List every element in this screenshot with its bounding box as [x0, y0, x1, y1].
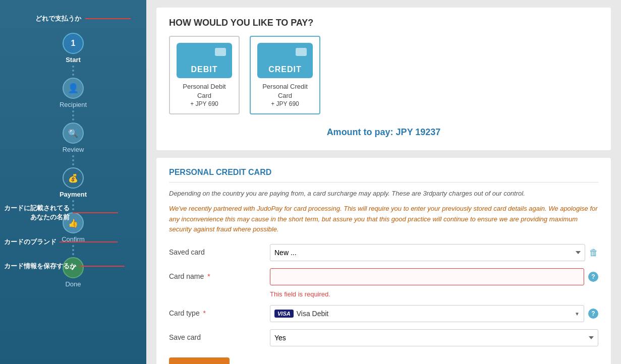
- step-label-payment: Payment: [60, 191, 87, 198]
- card-type-text: Visa Debit: [297, 310, 572, 318]
- sidebar-item-recipient[interactable]: 👤 Recipient: [0, 78, 146, 108]
- pay-section: HOW WOULD YOU LIKE TO PAY? DEBIT Persona…: [156, 8, 611, 150]
- step-circle-start: 1: [63, 33, 84, 54]
- credit-card-label: CREDIT: [268, 65, 302, 74]
- step-label-start: Start: [66, 56, 81, 64]
- save-card-annotation: カード情報を保存するか: [0, 262, 146, 271]
- card-type-annotation: カードのブランド: [0, 237, 146, 247]
- card-name-help-icon[interactable]: ?: [588, 272, 598, 282]
- amount-label: Amount to pay: JPY 19237: [169, 122, 598, 138]
- card-name-control: ? This field is required.: [270, 268, 598, 298]
- main-content: HOW WOULD YOU LIKE TO PAY? DEBIT Persona…: [146, 0, 621, 364]
- saved-card-label: Saved card: [169, 244, 270, 256]
- sidebar-item-payment[interactable]: 💰 Payment: [0, 167, 146, 198]
- credit-card-option[interactable]: CREDIT Personal Credit Card + JPY 690: [250, 36, 320, 114]
- card-name-input[interactable]: [270, 268, 584, 285]
- debit-card-name: Personal Debit Card: [176, 82, 233, 100]
- annotation-line-1: [73, 212, 118, 213]
- save-card-label: Save card: [169, 329, 270, 341]
- pay-cards: DEBIT Personal Debit Card + JPY 690 CRED…: [169, 36, 598, 114]
- card-type-row: Card type * VISA Visa Debit ▼ ?: [169, 305, 598, 322]
- submit-area: [169, 356, 598, 364]
- card-type-help-icon[interactable]: ?: [588, 309, 598, 319]
- credit-card-name: Personal Credit Card: [257, 82, 313, 100]
- step-circle-recipient: 👤: [63, 78, 84, 99]
- debit-card-option[interactable]: DEBIT Personal Debit Card + JPY 690: [169, 36, 240, 114]
- step-dots-3: [72, 155, 74, 165]
- card-type-select[interactable]: VISA Visa Debit ▼: [270, 305, 584, 322]
- form-section: PERSONAL CREDIT CARD Depending on the co…: [156, 158, 611, 364]
- card-name-error: This field is required.: [270, 290, 598, 298]
- sidebar-item-start[interactable]: 1 Start: [0, 33, 146, 64]
- step-circle-payment: 💰: [63, 167, 84, 189]
- card-name-row: Card name * ? This field is required.: [169, 268, 598, 298]
- warning-text: We've recently partnered with JudoPay fo…: [169, 204, 598, 235]
- card-name-annotation: カードに記載されてる あなたの名前: [0, 204, 146, 222]
- sidebar-item-review[interactable]: 🔍 Review: [0, 123, 146, 153]
- trash-icon[interactable]: 🗑: [589, 248, 598, 258]
- save-card-row: Save card Yes No: [169, 329, 598, 346]
- step-label-review: Review: [63, 146, 84, 153]
- credit-card-fee: + JPY 690: [257, 100, 313, 107]
- top-annotation: どれで支払うか: [35, 14, 131, 23]
- step-label-done: Done: [65, 280, 81, 288]
- debit-card-chip: [215, 48, 226, 56]
- submit-button[interactable]: [169, 357, 230, 364]
- step-circle-review: 🔍: [63, 123, 84, 144]
- annotation-line-3: [79, 266, 125, 267]
- saved-card-control: New ... 🗑: [270, 244, 598, 261]
- sidebar: どれで支払うか 1 Start 👤 Recipient 🔍 Review: [0, 0, 146, 364]
- credit-card-chip: [296, 48, 307, 56]
- card-type-control: VISA Visa Debit ▼ ?: [270, 305, 598, 322]
- step-dots-2: [72, 110, 74, 120]
- annotation-line-2: [60, 241, 118, 242]
- notice-text: Depending on the country you are paying …: [169, 189, 598, 199]
- card-type-label: Card type *: [169, 305, 270, 317]
- debit-card-fee: + JPY 690: [176, 100, 233, 107]
- debit-card-label: DEBIT: [191, 65, 218, 74]
- top-annotation-text: どれで支払うか: [35, 14, 81, 23]
- card-name-label: Card name *: [169, 268, 270, 280]
- pay-section-title: HOW WOULD YOU LIKE TO PAY?: [169, 18, 598, 28]
- credit-card-visual: CREDIT: [257, 43, 313, 78]
- saved-card-select[interactable]: New ...: [270, 244, 585, 261]
- save-card-control: Yes No: [270, 329, 598, 346]
- form-title: PERSONAL CREDIT CARD: [169, 168, 598, 183]
- saved-card-row: Saved card New ... 🗑: [169, 244, 598, 261]
- step-label-recipient: Recipient: [60, 101, 87, 108]
- card-type-dropdown-arrow: ▼: [575, 311, 580, 317]
- visa-badge: VISA: [274, 310, 294, 318]
- save-card-select[interactable]: Yes No: [270, 329, 598, 346]
- debit-card-visual: DEBIT: [177, 43, 232, 78]
- step-dots-1: [72, 66, 74, 76]
